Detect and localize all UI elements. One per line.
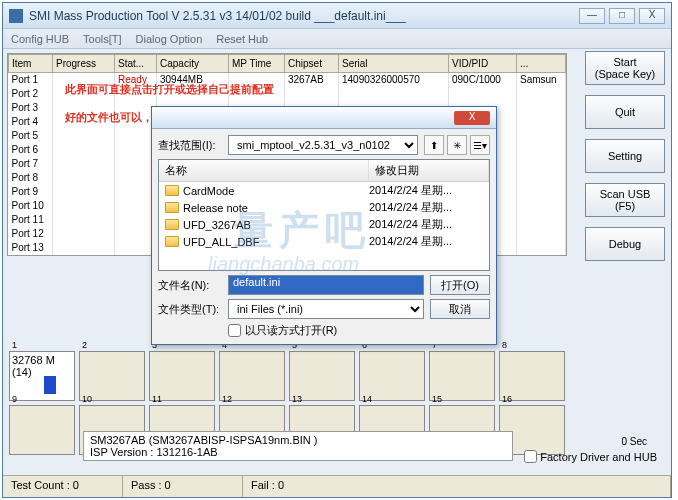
col-serial[interactable]: Serial <box>339 55 449 73</box>
minimize-button[interactable]: — <box>579 8 605 24</box>
factory-driver-checkbox[interactable]: Factory Driver and HUB <box>524 450 657 463</box>
col-progress[interactable]: Progress <box>53 55 115 73</box>
elapsed-seconds: 0 Sec <box>621 436 647 447</box>
col-item[interactable]: Item <box>9 55 53 73</box>
col-extra[interactable]: ... <box>517 55 566 73</box>
col-vidpid[interactable]: VID/PID <box>449 55 517 73</box>
col-modified[interactable]: 修改日期 <box>369 160 489 181</box>
start-button[interactable]: Start(Space Key) <box>585 51 665 85</box>
new-folder-icon[interactable]: ✳ <box>447 135 467 155</box>
folder-icon <box>165 202 179 213</box>
list-item[interactable]: CardMode2014/2/24 星期... <box>159 182 489 199</box>
main-window: SMI Mass Production Tool V 2.5.31 v3 14/… <box>2 2 672 498</box>
up-folder-icon[interactable]: ⬆ <box>424 135 444 155</box>
menu-reset-hub[interactable]: Reset Hub <box>216 33 268 45</box>
debug-button[interactable]: Debug <box>585 227 665 261</box>
quit-button[interactable]: Quit <box>585 95 665 129</box>
dialog-close-button[interactable]: X <box>454 111 490 125</box>
filetype-select[interactable]: ini Files (*.ini) <box>228 299 424 319</box>
filetype-label: 文件类型(T): <box>158 302 222 317</box>
cancel-button[interactable]: 取消 <box>430 299 490 319</box>
lookin-label: 查找范围(I): <box>158 138 222 153</box>
slot-1[interactable]: 132768 M(14) <box>9 351 75 401</box>
readonly-label: 以只读方式打开(R) <box>245 323 337 338</box>
progress-bar-icon <box>44 376 56 394</box>
menubar: Config HUB Tools[T] Dialog Option Reset … <box>3 29 671 49</box>
scan-usb-button[interactable]: Scan USB(F5) <box>585 183 665 217</box>
setting-button[interactable]: Setting <box>585 139 665 173</box>
col-filename[interactable]: 名称 <box>159 160 369 181</box>
col-status[interactable]: Stat... <box>115 55 157 73</box>
window-title: SMI Mass Production Tool V 2.5.31 v3 14/… <box>29 9 406 23</box>
menu-config-hub[interactable]: Config HUB <box>11 33 69 45</box>
filename-label: 文件名(N): <box>158 278 222 293</box>
close-button[interactable]: X <box>639 8 665 24</box>
app-icon <box>9 9 23 23</box>
status-fail: Fail : 0 <box>243 476 671 497</box>
status-test-count: Test Count : 0 <box>3 476 123 497</box>
list-item[interactable]: UFD_3267AB2014/2/24 星期... <box>159 216 489 233</box>
list-item[interactable]: Release note2014/2/24 星期... <box>159 199 489 216</box>
view-menu-icon[interactable]: ☰▾ <box>470 135 490 155</box>
folder-icon <box>165 219 179 230</box>
info-panel: SM3267AB (SM3267ABISP-ISPSA19nm.BIN ) IS… <box>83 431 513 461</box>
sidebar: Start(Space Key) Quit Setting Scan USB(F… <box>585 51 665 261</box>
folder-icon <box>165 236 179 247</box>
folder-icon <box>165 185 179 196</box>
menu-tools[interactable]: Tools[T] <box>83 33 122 45</box>
col-chipset[interactable]: Chipset <box>285 55 339 73</box>
readonly-checkbox[interactable] <box>228 324 241 337</box>
table-row[interactable]: Port 1 Ready 30944MB 3267AB 140903260005… <box>9 73 566 87</box>
file-list[interactable]: 名称 修改日期 CardMode2014/2/24 星期... Release … <box>158 159 490 271</box>
status-pass: Pass : 0 <box>123 476 243 497</box>
filename-input[interactable]: default.ini <box>228 275 424 295</box>
open-button[interactable]: 打开(O) <box>430 275 490 295</box>
menu-dialog-option[interactable]: Dialog Option <box>136 33 203 45</box>
dialog-titlebar: X <box>152 107 496 129</box>
maximize-button[interactable]: □ <box>609 8 635 24</box>
file-open-dialog: X 查找范围(I): smi_mptool_v2.5.31_v3_n0102 ⬆… <box>151 106 497 345</box>
table-row[interactable]: Port 2 <box>9 87 566 101</box>
lookin-select[interactable]: smi_mptool_v2.5.31_v3_n0102 <box>228 135 418 155</box>
list-item[interactable]: UFD_ALL_DBF2014/2/24 星期... <box>159 233 489 250</box>
titlebar: SMI Mass Production Tool V 2.5.31 v3 14/… <box>3 3 671 29</box>
col-mptime[interactable]: MP Time <box>229 55 285 73</box>
slot-9[interactable]: 9 <box>9 405 75 455</box>
statusbar: Test Count : 0 Pass : 0 Fail : 0 <box>3 475 671 497</box>
col-capacity[interactable]: Capacity <box>157 55 229 73</box>
factory-checkbox-input[interactable] <box>524 450 537 463</box>
